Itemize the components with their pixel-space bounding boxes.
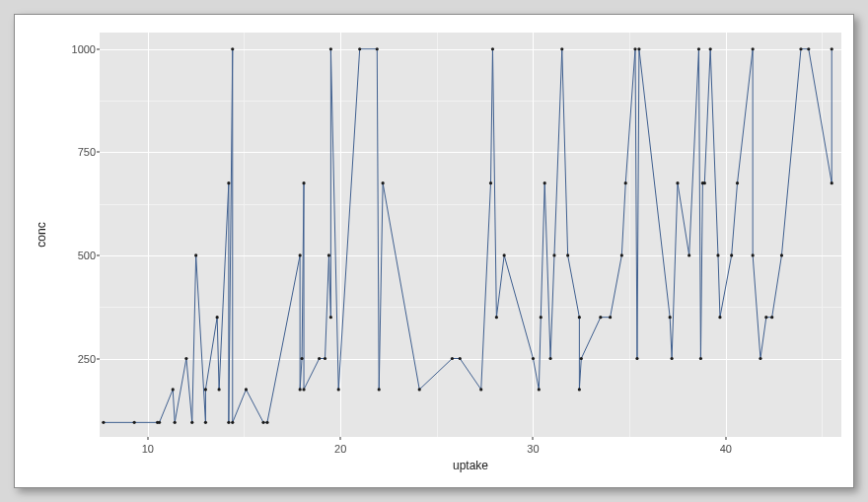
data-point (184, 357, 187, 360)
data-point (324, 357, 326, 360)
data-point (709, 47, 712, 50)
data-point (190, 421, 193, 424)
x-tick-label: 30 (527, 443, 539, 455)
data-point (459, 357, 462, 360)
data-point (265, 421, 268, 424)
data-point (218, 388, 221, 391)
plot-area: 250500750100010203040 conc uptake (72, 33, 841, 466)
data-point (799, 47, 802, 50)
data-point (548, 357, 551, 360)
data-point (566, 253, 569, 256)
data-point (624, 181, 627, 184)
data-point (538, 388, 541, 391)
x-axis-title: uptake (100, 459, 841, 472)
data-point (491, 47, 494, 50)
data-point (337, 388, 340, 391)
data-point (231, 421, 234, 424)
y-axis-title: conc (35, 222, 48, 247)
series-line (104, 49, 832, 423)
data-point (378, 388, 381, 391)
data-point (479, 388, 482, 391)
data-point (580, 357, 583, 360)
data-point (245, 388, 248, 391)
data-point (158, 421, 161, 424)
data-point (671, 357, 674, 360)
data-point (669, 316, 672, 319)
data-point (540, 316, 542, 319)
data-layer (100, 33, 841, 437)
data-point (736, 181, 739, 184)
data-point (329, 316, 332, 319)
data-point (227, 181, 230, 184)
data-point (489, 181, 492, 184)
data-point (382, 181, 385, 184)
y-tick-label: 750 (78, 146, 96, 158)
data-point (194, 253, 197, 256)
data-point (299, 388, 302, 391)
data-point (687, 253, 690, 256)
data-point (676, 181, 679, 184)
data-point (807, 47, 810, 50)
data-point (231, 47, 234, 50)
data-point (699, 357, 702, 360)
data-point (831, 47, 833, 50)
data-point (376, 47, 379, 50)
data-point (543, 181, 546, 184)
data-point (299, 253, 302, 256)
data-point (609, 316, 612, 319)
x-tick-label: 10 (142, 443, 154, 455)
data-point (204, 421, 207, 424)
data-point (831, 181, 833, 184)
data-point (302, 388, 305, 391)
data-point (730, 253, 733, 256)
data-point (703, 181, 706, 184)
data-point (637, 47, 640, 50)
data-point (300, 357, 303, 360)
data-point (780, 253, 783, 256)
data-point (261, 421, 264, 424)
data-point (752, 253, 755, 256)
data-point (327, 253, 330, 256)
data-point (318, 357, 321, 360)
y-tick-label: 250 (78, 353, 96, 365)
y-tick-label: 500 (78, 250, 96, 261)
data-point (752, 47, 755, 50)
data-point (770, 316, 773, 319)
data-point (633, 47, 636, 50)
data-point (495, 316, 498, 319)
x-tick-label: 40 (720, 443, 732, 455)
data-point (418, 388, 421, 391)
data-point (635, 357, 638, 360)
data-point (578, 316, 581, 319)
data-point (560, 47, 563, 50)
x-tick-label: 20 (334, 443, 346, 455)
data-point (172, 388, 175, 391)
data-point (759, 357, 761, 360)
data-point (599, 316, 602, 319)
data-point (718, 316, 721, 319)
data-point (174, 421, 177, 424)
data-point (620, 253, 623, 256)
data-point (716, 253, 719, 256)
data-point (216, 316, 219, 319)
data-point (532, 357, 535, 360)
data-point (302, 181, 305, 184)
data-point (451, 357, 454, 360)
data-point (697, 47, 700, 50)
data-point (329, 47, 332, 50)
data-point (578, 388, 581, 391)
data-point (764, 316, 767, 319)
data-point (204, 388, 207, 391)
data-point (358, 47, 361, 50)
data-point (503, 253, 506, 256)
chart-card: 250500750100010203040 conc uptake (14, 14, 854, 488)
data-point (227, 421, 230, 424)
y-tick-label: 1000 (72, 43, 96, 55)
data-point (102, 421, 105, 424)
data-point (552, 253, 555, 256)
data-point (133, 421, 136, 424)
